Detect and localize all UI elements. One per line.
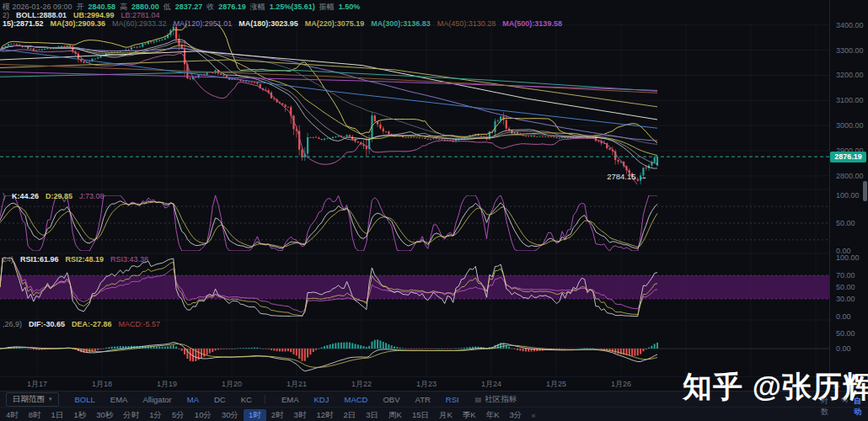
- y-axis-label: 3100.00: [836, 96, 864, 104]
- panel-indicator-button[interactable]: MACD: [336, 394, 375, 405]
- trading-terminal: 模 2026-01-26 09:00开2840.58高2880.00低2837.…: [0, 0, 868, 421]
- long-ma-ma220: [0, 60, 657, 107]
- current-price-value: 2876.19: [834, 152, 862, 161]
- panel-indicator-button[interactable]: OBV: [375, 394, 407, 405]
- x-axis-label: 1月20: [222, 379, 242, 390]
- rsi-band-layer: [0, 275, 829, 299]
- x-axis-label: 1月19: [157, 379, 177, 390]
- chevron-down-icon: ▾: [49, 396, 52, 402]
- y-axis-label: 3000.00: [836, 121, 864, 130]
- current-price-badge: 2876.19: [830, 152, 866, 163]
- panel-indicator-button[interactable]: ATR: [408, 394, 438, 405]
- timeframe-button[interactable]: 1分: [144, 409, 167, 421]
- indicator-toolbar-row: 日期范围 ▾ BOLLEMAAlligatorMADCKC EMAKDJMACD…: [0, 392, 868, 408]
- timeframe-button[interactable]: 30秒: [91, 409, 118, 421]
- x-axis-label: 1月22: [351, 379, 372, 390]
- timeframe-button[interactable]: 2日: [338, 409, 361, 421]
- overlay-indicator-button[interactable]: BOLL: [67, 394, 103, 405]
- chart-canvas[interactable]: [0, 0, 868, 391]
- y-axis-label: 100.00: [836, 253, 860, 262]
- toolbar-divider: [265, 395, 265, 404]
- community-indicators-label: 社区指标: [485, 394, 517, 405]
- y-axis-label: 50.00: [836, 283, 855, 291]
- timeframe-button[interactable]: 1时: [244, 409, 266, 421]
- timeframe-button[interactable]: 12时: [311, 409, 338, 421]
- timeframe-button[interactable]: 月K: [434, 409, 458, 421]
- x-axis-label: 1月25: [546, 379, 566, 390]
- long-ma-trend-blue: [0, 49, 657, 128]
- y-axis-label: 30.00: [836, 295, 855, 303]
- timeframe-button[interactable]: 3日: [361, 409, 383, 421]
- overlay-indicator-button[interactable]: KC: [233, 394, 260, 405]
- y-axis-label: 50.00: [836, 219, 855, 227]
- timeframe-button[interactable]: 1日: [46, 409, 69, 421]
- x-axis-label: 1月24: [481, 379, 501, 390]
- timeframe-button[interactable]: 3时: [289, 409, 312, 421]
- x-axis-label: 1月17: [27, 379, 47, 390]
- x-axis-label: 1月18: [92, 379, 112, 390]
- y-axis-label: 100.00: [836, 191, 860, 200]
- y-axis-label: 3300.00: [836, 46, 864, 55]
- timeframe-button[interactable]: 周K: [383, 409, 407, 421]
- y-axis-label: 3400.00: [836, 21, 864, 29]
- macd-layer: [0, 339, 658, 370]
- x-axis-label: 1月23: [416, 379, 437, 390]
- x-axis-label: 1月26: [611, 379, 631, 390]
- log-scale-toggle[interactable]: 对数: [821, 396, 835, 418]
- timeframe-button[interactable]: 30分: [217, 409, 244, 421]
- timeframe-button[interactable]: 1秒: [68, 409, 91, 421]
- timeframe-toolbar-row: 4时8时1日1秒30秒分时1分5分10分30分1时2时3时12时2日3日周K15…: [0, 408, 868, 421]
- y-axis-label: 3200.00: [836, 71, 864, 79]
- scale-controls: 对数 % 自动: [821, 396, 868, 418]
- y-axis-label: 0.00: [836, 312, 851, 321]
- timeframe-button[interactable]: ×: [527, 410, 540, 421]
- time-axis[interactable]: 1月171月181月191月201月211月221月231月241月251月26: [0, 377, 829, 391]
- panel-indicator-button[interactable]: EMA: [274, 394, 307, 405]
- community-indicators-button[interactable]: ▤ 社区指标: [475, 394, 517, 405]
- timeframe-button[interactable]: 3分: [505, 409, 528, 421]
- y-axis-label: 70.00: [836, 271, 855, 280]
- long-ma-ma500: [0, 72, 657, 90]
- long-ma-ma450: [0, 64, 657, 93]
- scrollbar-handle[interactable]: [863, 181, 867, 201]
- timeframe-button[interactable]: 15日: [407, 409, 434, 421]
- timeframe-button[interactable]: 分时: [118, 409, 144, 421]
- timeframe-button[interactable]: 2时: [266, 409, 289, 421]
- timeframe-button[interactable]: 年K: [481, 409, 505, 421]
- timeframe-button[interactable]: 季K: [458, 409, 481, 421]
- x-axis-label: 1月21: [287, 379, 307, 390]
- timeframe-button[interactable]: 8时: [24, 409, 46, 421]
- auto-scale-toggle[interactable]: 自动: [854, 396, 868, 418]
- y-axis-label: 0.00: [836, 344, 851, 353]
- timeframe-group: 4时8时1日1秒30秒分时1分5分10分30分1时2时3时12时2日3日周K15…: [1, 409, 540, 421]
- date-range-button[interactable]: 日期范围 ▾: [6, 392, 59, 407]
- timeframe-button[interactable]: 10分: [190, 409, 217, 421]
- date-range-label: 日期范围: [13, 394, 45, 405]
- timeframe-button[interactable]: 5分: [167, 409, 190, 421]
- panel-indicator-button[interactable]: RSI: [438, 394, 467, 405]
- panel-indicator-button[interactable]: KDJ: [307, 394, 337, 405]
- overlay-indicator-button[interactable]: DC: [206, 394, 233, 405]
- y-axis-label: 2800.00: [836, 172, 864, 180]
- y-axis-label: 50.00: [836, 329, 855, 338]
- overlay-ma-layer: [0, 16, 657, 188]
- timeframe-button[interactable]: 4时: [1, 409, 24, 421]
- bottom-toolbar: 日期范围 ▾ BOLLEMAAlligatorMADCKC EMAKDJMACD…: [0, 391, 868, 421]
- panel-indicator-group: EMAKDJMACDOBVATRRSI: [274, 394, 467, 405]
- overlay-indicator-button[interactable]: Alligator: [135, 394, 179, 405]
- percent-scale-toggle[interactable]: %: [841, 396, 848, 418]
- overlay-indicator-group: BOLLEMAAlligatorMADCKC: [67, 394, 260, 405]
- overlay-indicator-button[interactable]: MA: [179, 394, 206, 405]
- overlay-indicator-button[interactable]: EMA: [103, 394, 136, 405]
- community-indicators-icon: ▤: [475, 396, 482, 403]
